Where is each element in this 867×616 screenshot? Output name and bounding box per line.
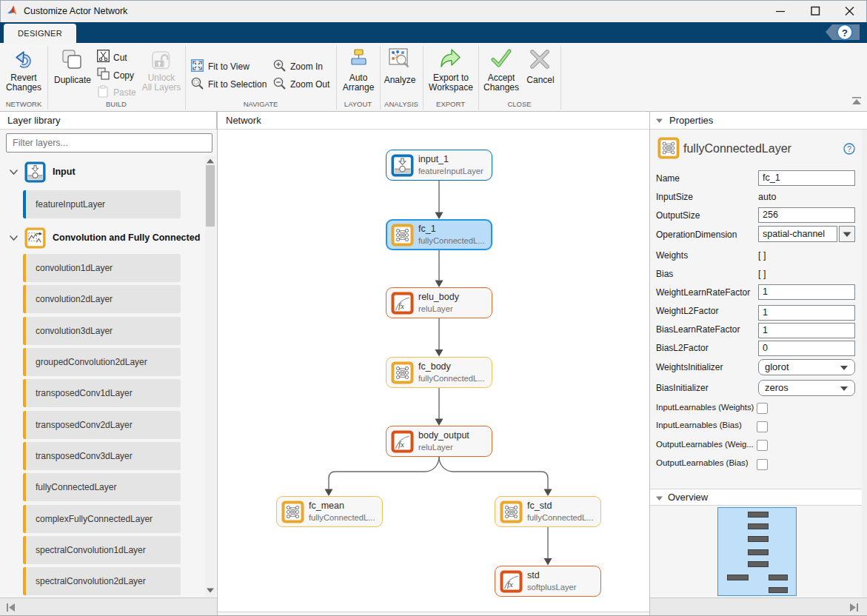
svg-text:?: ? — [842, 27, 848, 38]
svg-text:?: ? — [847, 144, 851, 153]
svg-text:fx: fx — [507, 580, 513, 589]
svg-text:fx: fx — [398, 440, 404, 449]
svg-text:fx: fx — [398, 301, 404, 310]
